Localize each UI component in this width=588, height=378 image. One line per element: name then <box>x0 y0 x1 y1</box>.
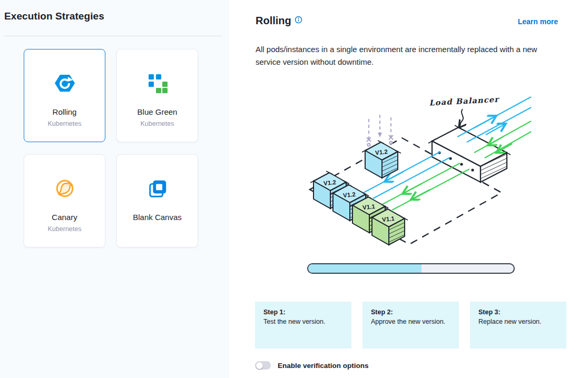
strategy-card-label: Blank Canvas <box>133 213 182 222</box>
load-balancer-pointer-arrow <box>459 109 463 127</box>
load-balancer-label: Load Balancer <box>429 94 500 107</box>
steps-row: Step 1: Test the new version. Step 2: Ap… <box>255 302 566 349</box>
canary-bird-icon <box>54 178 75 199</box>
progress-fill <box>308 264 422 273</box>
svg-text:V1.2: V1.2 <box>323 179 336 186</box>
svg-text:V1.2: V1.2 <box>375 148 388 156</box>
strategy-card-subtitle: Kubernetes <box>48 120 82 127</box>
strategy-detail-panel: Rolling Learn more All pods/instances in… <box>229 0 588 378</box>
svg-text:V1.1: V1.1 <box>362 203 375 211</box>
strategy-card-label: Blue Green <box>138 107 178 116</box>
execution-strategies-screen: Execution Strategies Rolling Kubernetes <box>0 0 588 378</box>
rolling-deployment-illustration: Load Balancer <box>295 86 537 262</box>
step-title: Step 2: <box>371 309 450 316</box>
learn-more-link[interactable]: Learn more <box>518 17 558 26</box>
strategy-card-subtitle: Kubernetes <box>141 120 174 127</box>
rollout-progress-bar <box>307 263 515 274</box>
divider <box>4 36 221 36</box>
step-title: Step 1: <box>263 309 343 316</box>
verification-toggle[interactable] <box>255 361 271 370</box>
step-text: Approve the new version. <box>371 318 450 325</box>
strategy-description: All pods/instances in a single environme… <box>256 43 564 68</box>
strategy-card-label: Rolling <box>53 107 77 116</box>
step-text: Replace new version. <box>478 318 558 325</box>
strategy-card-blank-canvas[interactable]: Blank Canvas <box>116 154 198 247</box>
step-text: Test the new version. <box>263 318 343 325</box>
svg-text:V1.2: V1.2 <box>342 191 356 198</box>
verification-toggle-label: Enable verification options <box>278 362 369 370</box>
strategy-card-blue-green[interactable]: Blue Green Kubernetes <box>116 49 198 142</box>
info-icon[interactable] <box>295 16 302 26</box>
toggle-knob <box>256 362 263 369</box>
svg-text:V1.1: V1.1 <box>381 215 395 223</box>
step-box-3: Step 3: Replace new version. <box>470 302 566 349</box>
strategy-list-panel: Execution Strategies Rolling Kubernetes <box>0 0 229 378</box>
step-box-2: Step 2: Approve the new version. <box>362 302 459 349</box>
verification-toggle-row: Enable verification options <box>255 361 369 370</box>
step-box-1: Step 1: Test the new version. <box>255 302 351 349</box>
strategy-card-canary[interactable]: Canary Kubernetes <box>24 154 105 247</box>
blue-green-squares-icon <box>147 73 168 94</box>
rolling-refresh-hexagon-icon <box>54 73 75 94</box>
strategy-card-grid: Rolling Kubernetes Blue Green Kubernetes <box>24 49 198 247</box>
blank-canvas-icon <box>147 178 168 199</box>
strategy-card-subtitle: Kubernetes <box>48 225 82 233</box>
strategy-card-rolling[interactable]: Rolling Kubernetes <box>24 49 105 142</box>
page-title: Execution Strategies <box>4 11 104 22</box>
step-title: Step 3: <box>478 309 558 316</box>
strategy-card-label: Canary <box>52 213 77 222</box>
detail-title: Rolling <box>256 15 291 27</box>
